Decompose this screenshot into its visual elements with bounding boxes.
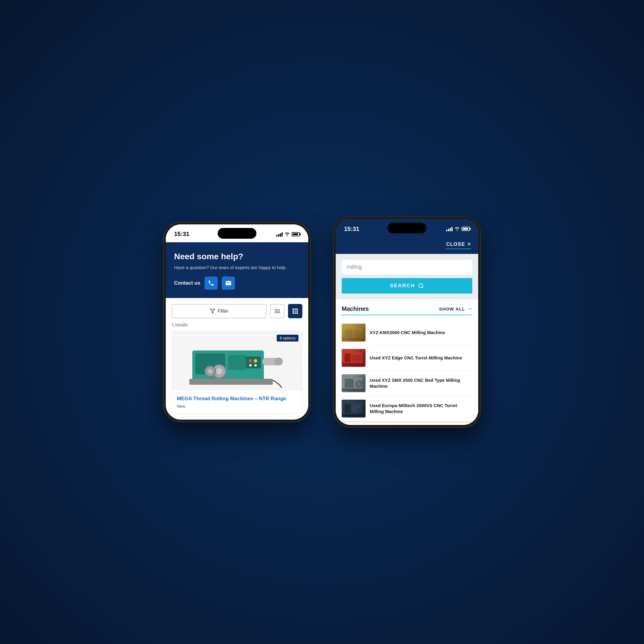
product-info: MEGA Thread Rolling Machines – NTR Range… [172, 391, 302, 413]
svg-rect-3 [228, 355, 246, 370]
help-banner: Need some help? Have a question? Our tea… [166, 242, 308, 298]
svg-rect-25 [342, 363, 364, 366]
machine-item-2[interactable]: Used XYZ Edge CNC Turret Milling Machine [342, 345, 472, 371]
signal-icon-2 [446, 226, 453, 231]
svg-point-8 [254, 364, 257, 367]
dynamic-island-1 [218, 228, 256, 239]
phone1-content: Need some help? Have a question? Our tea… [166, 242, 308, 414]
svg-line-17 [422, 287, 423, 288]
phone-2: 15:31 CLOSE ✕ [334, 217, 480, 427]
status-time-2: 15:31 [344, 226, 359, 232]
svg-rect-18 [343, 328, 363, 339]
phone-icon [208, 280, 214, 286]
results-count: 1 results [166, 321, 308, 331]
svg-point-7 [249, 364, 252, 367]
show-all-text: SHOW ALL [439, 306, 465, 311]
filter-button[interactable]: Filter [172, 304, 266, 318]
machine-name-4: Used Europa Milltech 2000VS CNC Turret M… [370, 403, 472, 415]
machine-item-5-partial [342, 421, 472, 424]
phone2-content: CLOSE ✕ milling SEARCH [336, 237, 478, 424]
wifi-icon-2 [454, 227, 460, 231]
filter-label: Filter [218, 308, 228, 314]
phone-contact-button[interactable] [204, 277, 218, 290]
list-view-button[interactable] [270, 304, 284, 318]
close-x-icon: ✕ [467, 241, 471, 247]
svg-rect-29 [342, 389, 364, 391]
dynamic-island-2 [388, 223, 426, 233]
svg-point-5 [249, 359, 252, 363]
machine-thumb-4 [342, 400, 366, 418]
results-section: Machines SHOW ALL → [336, 300, 478, 424]
product-status: New [177, 404, 297, 409]
machine-thumb-2 [342, 349, 366, 367]
results-category: Machines [342, 305, 369, 312]
filter-icon [210, 308, 215, 314]
machine-name-3: Used XYZ SMX 2500 CNC Bed Type Milling M… [370, 377, 472, 389]
grid-icon [292, 308, 298, 314]
email-contact-button[interactable] [222, 277, 235, 290]
filter-bar: Filter [166, 298, 308, 321]
grid-view-button[interactable] [288, 304, 302, 318]
product-card[interactable]: 8 options [172, 331, 302, 414]
machine-thumb-3 [342, 374, 366, 392]
machine-thumb-1 [342, 324, 366, 342]
svg-point-10 [216, 368, 222, 374]
svg-point-16 [419, 284, 423, 288]
svg-rect-34 [342, 414, 364, 416]
svg-rect-21 [342, 338, 364, 340]
status-icons-1 [276, 232, 300, 237]
search-input-wrap[interactable]: milling [342, 260, 472, 274]
svg-rect-27 [345, 379, 354, 388]
search-nav: CLOSE ✕ [336, 237, 478, 254]
machine-item-3[interactable]: Used XYZ SMX 2500 CNC Bed Type Milling M… [342, 371, 472, 396]
product-image-wrap: 8 options [172, 331, 302, 391]
machine-illustration [186, 333, 288, 389]
svg-point-6 [254, 359, 257, 363]
svg-point-12 [208, 369, 212, 374]
status-icons-2 [446, 226, 470, 231]
product-name: MEGA Thread Rolling Machines – NTR Range [177, 395, 297, 402]
search-icon [418, 283, 424, 289]
results-header: Machines SHOW ALL → [342, 305, 472, 315]
battery-icon-1 [291, 232, 300, 236]
machine-name-1: XYZ KMX2000 CNC Milling Machine [370, 330, 445, 336]
machine-item-4[interactable]: Used Europa Milltech 2000VS CNC Turret M… [342, 396, 472, 421]
contact-row: Contact us [174, 277, 300, 290]
help-title: Need some help? [174, 252, 300, 261]
svg-point-20 [355, 330, 362, 338]
options-badge: 8 options [277, 335, 298, 342]
svg-rect-31 [345, 404, 351, 413]
svg-point-33 [357, 409, 362, 413]
signal-icon-1 [276, 232, 282, 237]
show-all-link[interactable]: SHOW ALL → [439, 306, 472, 312]
svg-rect-4 [246, 356, 261, 368]
close-label: CLOSE [446, 241, 465, 247]
help-subtitle: Have a question? Our team of experts are… [174, 264, 300, 271]
phone-1: 15:31 Need some help? Have a question? O… [164, 223, 310, 421]
svg-rect-23 [345, 353, 351, 362]
svg-rect-13 [189, 379, 273, 385]
battery-icon-2 [462, 227, 470, 231]
svg-point-15 [275, 358, 282, 365]
svg-rect-24 [352, 355, 361, 361]
search-input[interactable]: milling [347, 264, 362, 270]
status-time-1: 15:31 [174, 231, 189, 238]
svg-point-28 [356, 381, 362, 387]
machine-item-1[interactable]: XYZ KMX2000 CNC Milling Machine [342, 320, 472, 345]
contact-label: Contact us [174, 280, 200, 286]
list-icon [274, 309, 280, 313]
wifi-icon-1 [284, 232, 290, 236]
close-button[interactable]: CLOSE ✕ [446, 241, 471, 249]
search-button-label: SEARCH [390, 283, 415, 289]
svg-rect-19 [345, 330, 352, 337]
show-all-arrow-icon: → [467, 306, 472, 312]
svg-marker-0 [210, 309, 215, 313]
machine-name-2: Used XYZ Edge CNC Turret Milling Machine [370, 355, 462, 361]
search-section: milling SEARCH [336, 254, 478, 300]
search-button[interactable]: SEARCH [342, 278, 472, 294]
email-icon [225, 280, 232, 286]
